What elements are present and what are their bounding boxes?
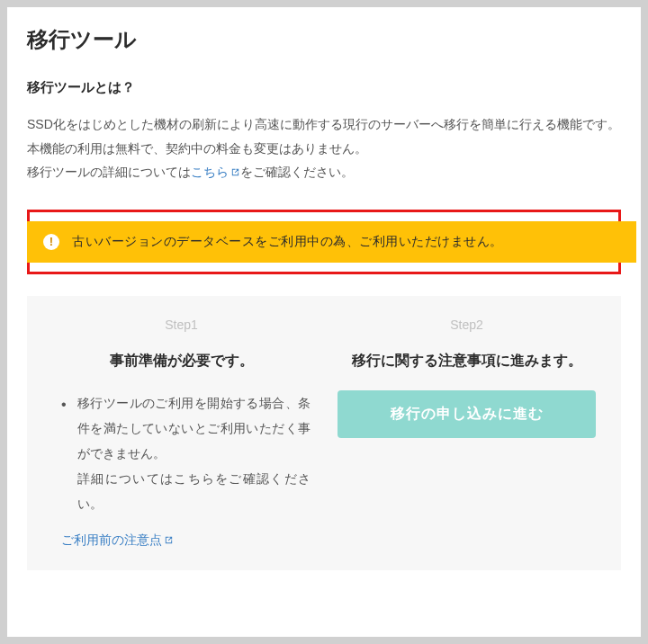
page-title: 移行ツール	[27, 25, 621, 54]
external-link-icon	[164, 533, 174, 543]
alert-bar: ! 古いバージョンのデータベースをご利用中の為、ご利用いただけません。	[27, 221, 636, 263]
step-2-label: Step2	[338, 318, 596, 332]
description-line-3-suffix: をご確認ください。	[240, 165, 354, 179]
proceed-button[interactable]: 移行の申し込みに進む	[338, 390, 596, 438]
precautions-link[interactable]: ご利用前の注意点	[61, 532, 174, 549]
step-1-list: 移行ツールのご利用を開始する場合、条件を満たしていないとご利用いただく事ができま…	[52, 390, 310, 516]
description-line-1: SSD化をはじめとした機材の刷新により高速に動作する現行のサーバーへ移行を簡単に…	[27, 117, 620, 131]
alert-highlight-box: ! 古いバージョンのデータベースをご利用中の為、ご利用いただけません。	[27, 210, 621, 274]
steps-container: Step1 事前準備が必要です。 移行ツールのご利用を開始する場合、条件を満たし…	[27, 296, 621, 570]
external-link-icon	[230, 161, 240, 171]
description-block: SSD化をはじめとした機材の刷新により高速に動作する現行のサーバーへ移行を簡単に…	[27, 112, 621, 184]
warning-icon: !	[43, 234, 59, 250]
subtitle: 移行ツールとは？	[27, 79, 621, 96]
list-item: 移行ツールのご利用を開始する場合、条件を満たしていないとご利用いただく事ができま…	[61, 390, 310, 516]
main-container: 移行ツール 移行ツールとは？ SSD化をはじめとした機材の刷新により高速に動作す…	[7, 7, 641, 637]
step-1-title: 事前準備が必要です。	[52, 352, 310, 371]
step-2-title: 移行に関する注意事項に進みます。	[338, 352, 596, 371]
description-line-3-prefix: 移行ツールの詳細については	[27, 165, 191, 179]
description-line-2: 本機能の利用は無料で、契約中の料金も変更はありません。	[27, 141, 367, 156]
step-1: Step1 事前準備が必要です。 移行ツールのご利用を開始する場合、条件を満たし…	[52, 318, 310, 549]
details-link[interactable]: こちら	[191, 165, 240, 179]
step-1-label: Step1	[52, 318, 310, 332]
alert-message: 古いバージョンのデータベースをご利用中の為、ご利用いただけません。	[72, 234, 503, 250]
step-2: Step2 移行に関する注意事項に進みます。 移行の申し込みに進む	[338, 318, 596, 549]
